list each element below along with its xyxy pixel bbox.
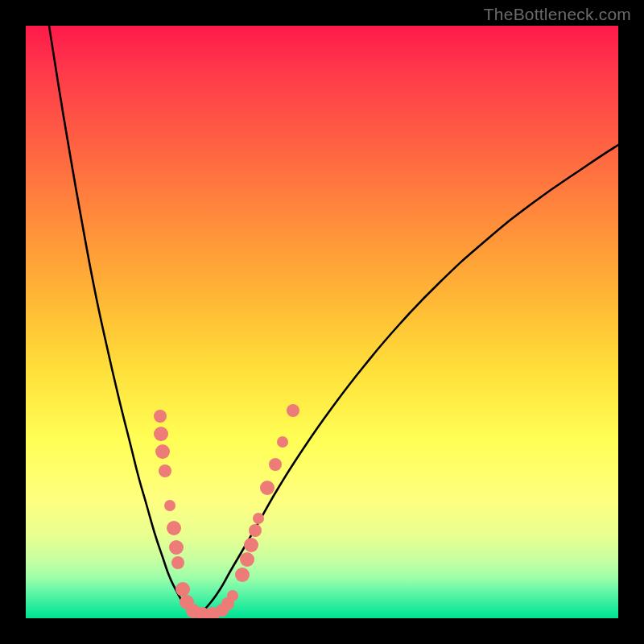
gradient-background bbox=[26, 26, 618, 618]
outer-frame: TheBottleneck.com bbox=[0, 0, 644, 644]
plot-area bbox=[26, 26, 618, 618]
watermark-text: TheBottleneck.com bbox=[484, 5, 631, 24]
